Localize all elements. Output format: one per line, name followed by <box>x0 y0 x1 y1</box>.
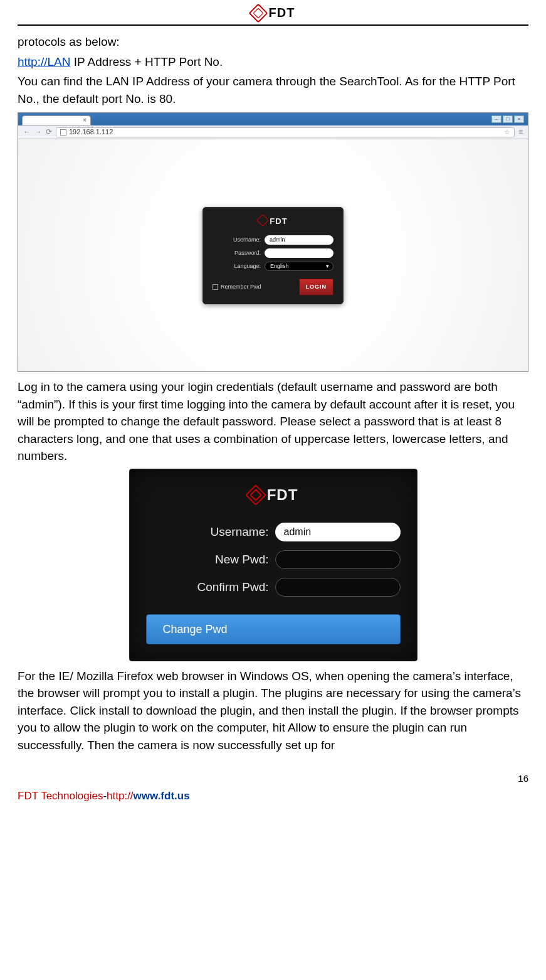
paragraph: Log in to the camera using your login cr… <box>18 378 528 465</box>
url-field[interactable]: 192.168.1.112 ☆ <box>56 127 515 137</box>
cp-newpwd-label: New Pwd: <box>215 551 269 568</box>
cp-username-value: admin <box>284 525 312 539</box>
menu-icon[interactable]: ≡ <box>518 127 523 137</box>
tab-close-icon[interactable]: × <box>83 116 87 125</box>
paragraph: You can find the LAN IP Address of your … <box>18 73 528 107</box>
fdt-logo-icon <box>256 214 269 226</box>
cp-username-input[interactable]: admin <box>275 523 401 541</box>
footer-company: FDT Technologies <box>18 790 103 802</box>
close-icon[interactable]: × <box>514 115 524 123</box>
password-label: Password: <box>234 249 261 257</box>
brand-text: FDT <box>269 4 295 22</box>
footer-url-proto: http:// <box>107 790 134 802</box>
changepwd-brand: FDT <box>267 484 298 506</box>
back-icon[interactable]: ← <box>23 127 31 137</box>
page-content: protocols as below: http://LAN IP Addres… <box>0 33 546 754</box>
footer-text: FDT Technologies-http://www.fdt.us <box>18 789 528 804</box>
reload-icon[interactable]: ⟳ <box>46 127 52 137</box>
browser-screenshot: × – □ × ← → ⟳ 192.168.1.112 ☆ ≡ FDT <box>18 112 528 372</box>
language-value: English <box>270 262 289 270</box>
username-input[interactable]: admin <box>265 235 333 245</box>
remember-pwd[interactable]: Remember Pwd <box>213 283 261 291</box>
paragraph: protocols as below: <box>18 33 528 51</box>
fdt-logo-icon <box>248 3 268 23</box>
paragraph: http://LAN IP Address + HTTP Port No. <box>18 53 528 71</box>
browser-tabbar: × – □ × <box>18 113 528 125</box>
maximize-icon[interactable]: □ <box>503 115 513 123</box>
window-controls: – □ × <box>491 115 524 123</box>
page-footer: 16 FDT Technologies-http://www.fdt.us <box>0 772 546 812</box>
browser-tab[interactable]: × <box>22 115 91 125</box>
language-select[interactable]: English <box>265 262 333 271</box>
minimize-icon[interactable]: – <box>491 115 501 123</box>
cp-username-label: Username: <box>211 523 269 541</box>
login-button[interactable]: LOGIN <box>299 279 334 296</box>
language-label: Language: <box>234 262 261 270</box>
checkbox-icon[interactable] <box>213 284 218 290</box>
remember-label: Remember Pwd <box>221 283 261 291</box>
username-label: Username: <box>233 236 261 244</box>
cp-confirm-input[interactable] <box>275 578 401 597</box>
page-icon <box>60 129 66 136</box>
fdt-logo-icon <box>245 484 266 506</box>
change-pwd-button[interactable]: Change Pwd <box>146 614 401 644</box>
cp-confirm-label: Confirm Pwd: <box>197 578 268 596</box>
page-header: FDT <box>18 0 528 26</box>
login-panel: FDT Username: admin Password: Language: … <box>202 207 344 304</box>
cp-newpwd-input[interactable] <box>275 550 401 569</box>
text: IP Address + HTTP Port No. <box>71 55 223 68</box>
browser-viewport: FDT Username: admin Password: Language: … <box>18 139 528 371</box>
username-value: admin <box>270 236 285 244</box>
password-input[interactable] <box>265 248 333 258</box>
page-number: 16 <box>18 772 528 786</box>
fdt-logo: FDT <box>251 4 295 22</box>
address-bar: ← → ⟳ 192.168.1.112 ☆ ≡ <box>18 125 528 139</box>
bookmark-star-icon[interactable]: ☆ <box>504 127 510 137</box>
login-brand: FDT <box>270 216 287 228</box>
footer-url[interactable]: www.fdt.us <box>134 790 190 802</box>
changepwd-panel: FDT Username: admin New Pwd: Confirm Pwd… <box>129 469 417 661</box>
paragraph: For the IE/ Mozilla Firefox web browser … <box>18 668 528 754</box>
lan-link[interactable]: http://LAN <box>18 55 71 68</box>
url-text: 192.168.1.112 <box>69 127 113 137</box>
forward-icon[interactable]: → <box>34 127 42 137</box>
